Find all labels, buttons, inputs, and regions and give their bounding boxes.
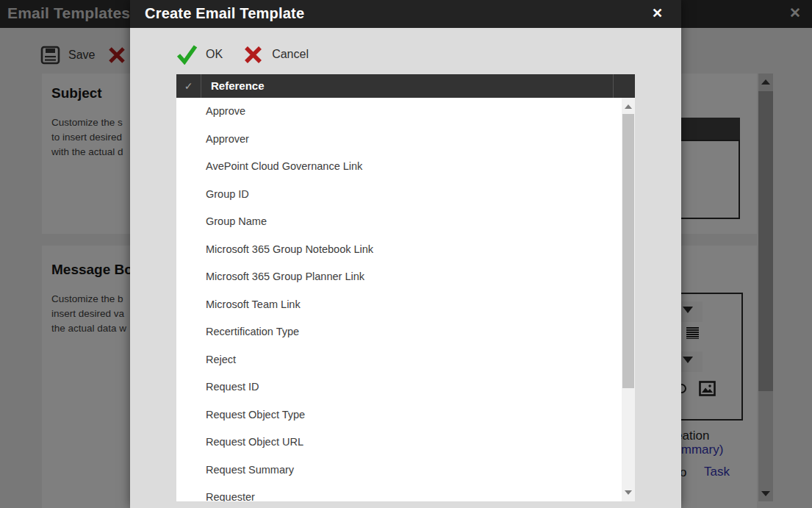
list-scroll-down-button[interactable] <box>622 486 635 499</box>
check-icon <box>176 44 198 65</box>
list-item[interactable]: Microsoft Team Link <box>176 291 635 319</box>
x-icon <box>243 45 263 65</box>
ok-button[interactable]: OK <box>176 44 243 65</box>
dialog-header: Create Email Template ✕ <box>130 0 681 28</box>
triangle-up-icon <box>625 104 632 109</box>
list-item[interactable]: Group ID <box>176 181 635 209</box>
reference-column-header[interactable]: Reference <box>201 74 613 98</box>
list-item[interactable]: Microsoft 365 Group Planner Link <box>176 263 635 291</box>
reference-rows: ApproveApproverAvePoint Cloud Governance… <box>176 98 635 501</box>
cancel-button[interactable]: Cancel <box>243 45 309 65</box>
list-item[interactable]: Requester <box>176 484 635 501</box>
list-item[interactable]: Recertification Type <box>176 318 635 346</box>
list-item[interactable]: Microsoft 365 Group Notebook Link <box>176 236 635 264</box>
list-item[interactable]: Approver <box>176 126 635 154</box>
list-item[interactable]: Group Name <box>176 208 635 236</box>
reference-list: ApproveApproverAvePoint Cloud Governance… <box>176 98 635 501</box>
list-item[interactable]: AvePoint Cloud Governance Link <box>176 153 635 181</box>
list-scrollbar-thumb[interactable] <box>622 114 634 388</box>
screen: Email Templates ✕ Save Subject Customize… <box>0 0 812 508</box>
dialog-close-icon[interactable]: ✕ <box>652 5 663 21</box>
select-check-icon[interactable]: ✓ <box>176 74 201 98</box>
header-end-cell <box>614 74 635 98</box>
create-email-template-dialog: Create Email Template ✕ OK Cancel ✓ Re <box>130 0 681 508</box>
dialog-toolbar: OK Cancel <box>176 44 309 65</box>
cancel-label: Cancel <box>272 48 309 61</box>
dialog-title: Create Email Template <box>145 5 304 22</box>
reference-grid: ✓ Reference ApproveApproverAvePoint Clou… <box>176 74 635 501</box>
list-item[interactable]: Request Summary <box>176 457 635 484</box>
ok-label: OK <box>206 48 223 61</box>
list-item[interactable]: Reject <box>176 346 635 374</box>
list-item[interactable]: Request Object URL <box>176 429 635 457</box>
list-item[interactable]: Approve <box>176 98 635 126</box>
triangle-down-icon <box>625 490 632 495</box>
reference-grid-header: ✓ Reference <box>176 74 635 98</box>
list-item[interactable]: Request Object Type <box>176 401 635 429</box>
list-scrollbar[interactable] <box>622 98 635 501</box>
list-scroll-up-button[interactable] <box>622 100 635 113</box>
list-item[interactable]: Request ID <box>176 373 635 401</box>
